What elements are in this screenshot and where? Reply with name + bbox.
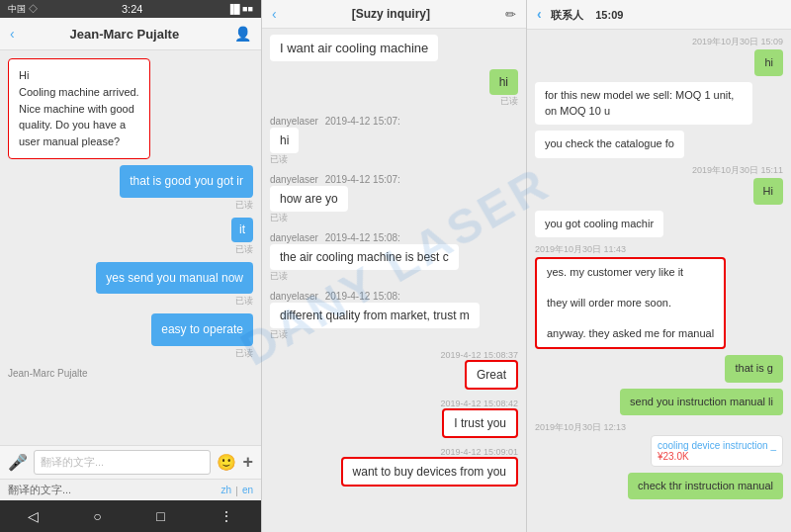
message-row: send you instruction manual li [535, 389, 783, 415]
back-icon[interactable]: ‹ [537, 6, 542, 22]
message-bubble: HiCooling machine arrived.Nice machine w… [8, 58, 150, 159]
message-text: the air cooling machine is best c [280, 250, 449, 264]
message-text: Great [477, 368, 506, 382]
menu-nav-button[interactable]: ⋮ [220, 508, 233, 524]
message-text: check thr instruction manual [638, 480, 773, 491]
message-row: 2019年10月30日 15:11 Hi [535, 164, 783, 205]
message-text: it [239, 222, 245, 236]
right-chat-panel: ‹ 联系人 15:09 2019年10月30日 15:09 hi for thi… [527, 0, 791, 532]
message-bubble: want to buy devices from you [341, 457, 518, 487]
message-row: that is g [535, 355, 783, 382]
product-title: cooling device instruction _ [658, 440, 776, 451]
middle-chat-title: [Suzy inquiry] [352, 7, 430, 21]
input-placeholder: 翻译的文字... [41, 456, 104, 468]
mic-icon[interactable]: 🎤 [8, 453, 28, 472]
android-nav-bar: ◁ ○ □ ⋮ [0, 500, 261, 532]
message-row: it 已读 [8, 218, 253, 256]
lang-en-button[interactable]: en [242, 485, 253, 495]
message-row: check thr instruction manual [535, 473, 783, 499]
product-card[interactable]: cooling device instruction _ ¥23.0K [651, 435, 783, 467]
carrier-text: 中国 ◇ [8, 3, 38, 16]
lang-zh-button[interactable]: zh [220, 485, 231, 495]
translate-label: 翻译的文字... [8, 483, 71, 497]
read-status: 已读 [235, 347, 253, 360]
inquiry-text: I want air cooling machine [280, 41, 428, 55]
message-row: 2019年10月30日 15:09 hi [535, 36, 783, 76]
message-row: 2019年10月30日 12:13 cooling device instruc… [535, 421, 783, 467]
translate-bar: 翻译的文字... zh | en [0, 479, 261, 500]
message-bubble: Great [465, 360, 518, 390]
message-text: that is g [735, 362, 773, 374]
right-chat-body: 2019年10月30日 15:09 hi for this new model … [527, 30, 791, 532]
right-chat-header: ‹ 联系人 15:09 [527, 0, 791, 30]
back-icon[interactable]: ‹ [272, 6, 277, 22]
message-text: send you instruction manual li [630, 396, 773, 407]
message-text: hi [499, 75, 508, 89]
message-text: yes send you manual now [106, 271, 243, 285]
message-bubble: easy to operate [151, 313, 253, 346]
right-header-title: 联系人 15:09 [551, 9, 623, 21]
message-text: hi [764, 56, 773, 68]
message-bubble: I trust you [442, 408, 518, 438]
message-time: 2019年10月30日 15:09 [692, 36, 783, 48]
read-label: 已读 [500, 95, 518, 108]
message-bubble: different quality from market, trust m [270, 303, 480, 328]
message-text: different quality from market, trust m [280, 309, 470, 322]
bottom-sender-label: Jean-Marc Pujalte [8, 368, 253, 379]
status-bar: 中国 ◇ 3:24 ▐█ ■■ [0, 0, 261, 18]
message-text: you check the catalogue fo [545, 137, 674, 149]
time-display: 3:24 [122, 3, 142, 15]
message-time: 2019年10月30日 15:11 [692, 164, 783, 177]
chat-contact-name: Jean-Marc Pujalte [15, 27, 234, 42]
home-nav-button[interactable]: ○ [93, 508, 101, 524]
message-row: 2019年10月30日 11:43 yes. my customer very … [535, 243, 783, 349]
message-text: Hi [763, 185, 773, 197]
message-bubble: that is good you got ir [120, 165, 253, 198]
message-row: hi 已读 [270, 69, 518, 108]
read-label: 已读 [270, 153, 288, 166]
message-bubble: Hi [753, 178, 783, 205]
edit-icon[interactable]: ✏ [505, 7, 516, 22]
add-icon[interactable]: + [242, 452, 253, 473]
message-text: HiCooling machine arrived.Nice machine w… [19, 69, 139, 147]
message-bubble: send you instruction manual li [620, 389, 783, 415]
left-chat-panel: 中国 ◇ 3:24 ▐█ ■■ ‹ Jean-Marc Pujalte 👤 Hi… [0, 0, 262, 532]
emoji-icon[interactable]: 🙂 [217, 453, 236, 472]
message-bubble: check thr instruction manual [628, 473, 783, 499]
message-row: danyelaser 2019-4-12 15:07: how are yo 已… [270, 174, 518, 224]
message-bubble: hi [489, 69, 518, 95]
sender-label: danyelaser 2019-4-12 15:08: [270, 232, 400, 243]
read-status: 已读 [235, 295, 253, 308]
message-row: danyelaser 2019-4-12 15:08: different qu… [270, 291, 518, 341]
read-status: 已读 [235, 243, 253, 256]
read-status: 已读 [235, 199, 253, 212]
product-price: ¥23.0K [658, 451, 776, 462]
message-time: 2019-4-12 15:08:42 [440, 399, 518, 408]
message-bubble: for this new model we sell: MOQ 1 unit, … [535, 82, 752, 125]
message-bubble: the air cooling machine is best c [270, 244, 459, 270]
back-nav-button[interactable]: ◁ [28, 508, 39, 524]
read-label: 已读 [270, 270, 288, 283]
message-text: you got cooling machir [545, 218, 654, 229]
message-row: that is good you got ir 已读 [8, 165, 253, 212]
middle-chat-body: I want air cooling machine hi 已读 danyela… [262, 29, 526, 532]
message-text: how are yo [280, 192, 338, 206]
left-chat-body: HiCooling machine arrived.Nice machine w… [0, 50, 261, 445]
recents-nav-button[interactable]: □ [156, 508, 164, 524]
middle-chat-panel: ‹ [Suzy inquiry] ✏ I want air cooling ma… [262, 0, 527, 532]
message-bubble: how are yo [270, 186, 348, 212]
message-bubble: you got cooling machir [535, 211, 663, 237]
message-row: HiCooling machine arrived.Nice machine w… [8, 58, 253, 159]
message-bubble: that is g [725, 355, 783, 382]
message-input[interactable]: 翻译的文字... [34, 450, 211, 475]
chat-input-bar: 🎤 翻译的文字... 🙂 + [0, 445, 261, 479]
message-time: 2019-4-12 15:09:01 [440, 447, 518, 457]
message-time: 2019年10月30日 12:13 [535, 421, 626, 434]
middle-chat-header: ‹ [Suzy inquiry] ✏ [262, 0, 526, 29]
message-text: yes. my customer very like it they will … [547, 266, 714, 339]
person-icon[interactable]: 👤 [234, 26, 251, 42]
message-time: 2019年10月30日 11:43 [535, 243, 626, 256]
message-text: easy to operate [161, 322, 243, 336]
message-row: 2019-4-12 15:08:42 I trust you [270, 398, 518, 438]
message-bubble: yes send you manual now [96, 262, 253, 295]
